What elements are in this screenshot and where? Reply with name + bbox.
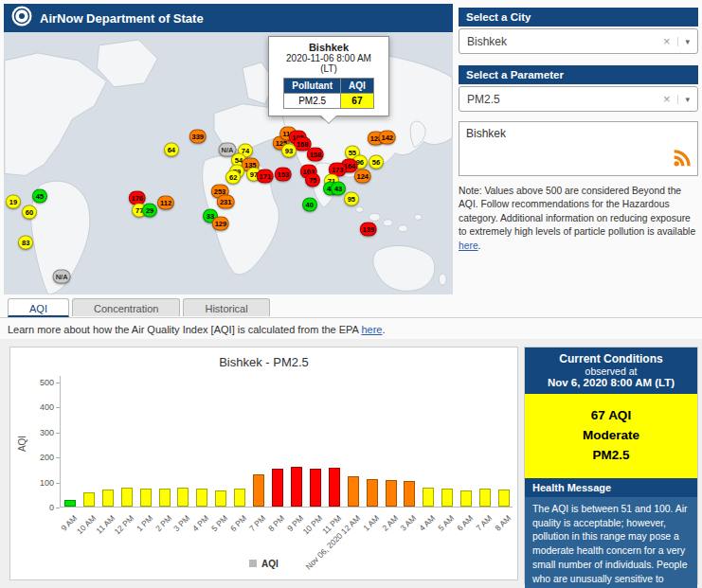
tooltip-aqi-value: 67 xyxy=(341,94,374,109)
x-axis-label: 6 AM xyxy=(456,513,476,533)
x-axis-label: 3 PM xyxy=(171,513,191,533)
x-axis-label: 1 AM xyxy=(361,513,381,533)
map-marker[interactable]: 75 xyxy=(305,172,320,187)
map-marker[interactable]: 129 xyxy=(212,217,230,231)
map-marker[interactable]: 158 xyxy=(307,147,325,161)
y-axis-tick-mark xyxy=(56,508,60,508)
current-conditions-title: Current Conditions xyxy=(529,352,693,365)
feed-box: Bishkek xyxy=(459,121,698,176)
select-parameter-header: Select a Parameter xyxy=(459,65,698,84)
health-message-header: Health Message xyxy=(525,478,697,497)
chart-bar[interactable] xyxy=(460,490,472,507)
chevron-down-icon[interactable]: ▾ xyxy=(677,95,690,104)
y-axis-title: AQI xyxy=(17,436,27,452)
map-marker[interactable]: 62 xyxy=(225,170,241,185)
map-marker[interactable]: 139 xyxy=(360,223,378,237)
page-title: AirNow Department of State xyxy=(40,11,204,26)
chart-bar[interactable] xyxy=(159,489,171,507)
current-conditions-panel: Current Conditions observed at Nov 6, 20… xyxy=(524,347,698,584)
chart-bar[interactable] xyxy=(441,489,453,507)
legend-swatch xyxy=(249,560,257,567)
chart-bar[interactable] xyxy=(253,474,264,507)
map-marker[interactable]: 112 xyxy=(157,196,174,210)
chart-bar[interactable] xyxy=(423,488,434,507)
chart-plot xyxy=(60,376,513,508)
map-marker[interactable]: 45 xyxy=(32,189,47,204)
tooltip-city: Bishkek xyxy=(273,42,385,53)
chart-bar[interactable] xyxy=(177,488,189,507)
map-marker[interactable]: 339 xyxy=(189,129,207,143)
map-marker[interactable]: 19 xyxy=(6,195,21,209)
chart-bar[interactable] xyxy=(140,489,152,507)
tabs-divider xyxy=(0,317,702,318)
observed-at-label: observed at xyxy=(529,365,693,377)
chart-bar[interactable] xyxy=(196,489,207,507)
app-header: AirNow Department of State xyxy=(4,4,453,32)
health-message-body: The AQI is between 51 and 100. Air quali… xyxy=(525,497,697,588)
chart-bar[interactable] xyxy=(329,468,340,507)
map-marker[interactable]: 64 xyxy=(164,142,179,156)
city-select[interactable]: Bishkek × ▾ xyxy=(459,28,698,54)
chart-bar[interactable] xyxy=(367,479,378,507)
learn-more-prefix: Learn more about how the Air Quality Ind… xyxy=(8,324,361,335)
y-axis-tick-mark xyxy=(56,407,60,408)
feed-city-text: Bishkek xyxy=(466,127,506,140)
y-axis-tick-mark xyxy=(56,383,60,383)
chart-legend[interactable]: AQI xyxy=(10,558,517,569)
map-marker[interactable]: 43 xyxy=(331,182,346,196)
y-axis-tick-mark xyxy=(56,457,60,458)
parameter-select[interactable]: PM2.5 × ▾ xyxy=(459,86,698,112)
x-axis-label: 5 AM xyxy=(437,513,457,533)
x-axis-label: 10 PM xyxy=(300,513,323,536)
map-marker[interactable]: 40 xyxy=(302,198,317,212)
map-marker[interactable]: 29 xyxy=(142,204,157,218)
x-axis-label: 7 AM xyxy=(474,513,494,533)
map-marker[interactable]: N/A xyxy=(53,269,71,283)
tab-concentration[interactable]: Concentration xyxy=(72,298,181,316)
tooltip-datetime: 2020-11-06 8:00 AM xyxy=(273,53,385,63)
chart-bar[interactable] xyxy=(64,500,76,507)
map-marker[interactable]: 95 xyxy=(344,192,359,206)
x-axis-label: 3 AM xyxy=(399,513,419,533)
map-marker[interactable]: 171 xyxy=(257,169,275,183)
chart-bar[interactable] xyxy=(215,490,226,507)
map-marker[interactable]: 83 xyxy=(18,236,33,250)
map-marker[interactable]: 60 xyxy=(22,205,37,220)
x-axis-label: 2 PM xyxy=(153,513,172,533)
map-marker[interactable]: 231 xyxy=(217,195,235,209)
clear-icon[interactable]: × xyxy=(663,92,671,106)
x-axis-label: 8 PM xyxy=(266,513,286,533)
aqi-note: Note: Values above 500 are considered Be… xyxy=(459,185,698,253)
chart-bar[interactable] xyxy=(83,492,95,507)
map-marker[interactable]: 153 xyxy=(275,168,293,182)
rss-icon[interactable] xyxy=(673,149,692,170)
note-here-link[interactable]: here xyxy=(459,241,478,251)
aqi-status-box: 67 AQI Moderate PM2.5 xyxy=(525,394,697,478)
chart-panel: Bishkek - PM2.5 AQI AQI 0100200300400500… xyxy=(9,347,518,580)
map-marker[interactable]: 142 xyxy=(379,130,397,144)
epa-here-link[interactable]: here xyxy=(361,324,382,335)
note-text: Note: Values above 500 are considered Be… xyxy=(459,186,695,237)
map-marker[interactable]: 124 xyxy=(353,169,371,184)
map-marker[interactable]: 56 xyxy=(369,154,384,169)
chart-bar[interactable] xyxy=(404,481,415,507)
chart-bar[interactable] xyxy=(310,469,321,507)
tab-historical[interactable]: Historical xyxy=(183,298,269,316)
chart-bar[interactable] xyxy=(102,490,114,507)
chart-bar[interactable] xyxy=(291,467,302,507)
chart-bar[interactable] xyxy=(498,490,510,507)
clear-icon[interactable]: × xyxy=(663,34,671,48)
tab-aqi[interactable]: AQI xyxy=(8,298,69,317)
world-map[interactable]: 19456083N/A64339N/A741251111051689354135… xyxy=(4,32,453,294)
chart-bar[interactable] xyxy=(121,488,133,507)
chart-bar[interactable] xyxy=(479,489,491,507)
chart-bar[interactable] xyxy=(386,480,397,507)
current-conditions-header: Current Conditions observed at Nov 6, 20… xyxy=(525,347,697,394)
map-marker[interactable]: 93 xyxy=(281,143,297,157)
chart-bar[interactable] xyxy=(348,476,359,507)
map-tooltip: Bishkek 2020-11-06 8:00 AM (LT) Pollutan… xyxy=(268,36,389,116)
chevron-down-icon[interactable]: ▾ xyxy=(677,37,690,46)
chart-bar[interactable] xyxy=(234,489,245,507)
chart-bar[interactable] xyxy=(272,469,283,507)
y-axis-tick-label: 400 xyxy=(10,402,54,412)
